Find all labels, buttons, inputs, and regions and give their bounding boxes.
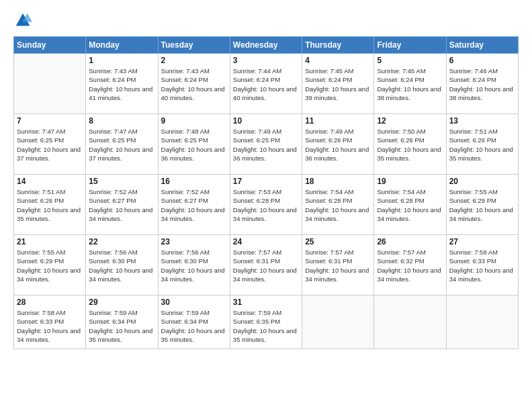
day-info: Sunrise: 7:45 AMSunset: 6:24 PMDaylight:… bbox=[305, 67, 369, 101]
day-info: Sunrise: 7:56 AMSunset: 6:30 PMDaylight:… bbox=[161, 248, 225, 283]
calendar-day-cell: 19 Sunrise: 7:54 AMSunset: 6:28 PMDaylig… bbox=[374, 175, 446, 235]
calendar-day-cell: 6 Sunrise: 7:46 AMSunset: 6:24 PMDayligh… bbox=[446, 54, 518, 114]
day-info: Sunrise: 7:46 AMSunset: 6:24 PMDaylight:… bbox=[449, 67, 513, 101]
calendar-day-cell: 20 Sunrise: 7:55 AMSunset: 6:29 PMDaylig… bbox=[446, 175, 518, 235]
calendar-day-cell: 13 Sunrise: 7:51 AMSunset: 6:26 PMDaylig… bbox=[446, 114, 518, 175]
day-info: Sunrise: 7:50 AMSunset: 6:26 PMDaylight:… bbox=[377, 128, 441, 162]
day-info: Sunrise: 7:49 AMSunset: 6:26 PMDaylight:… bbox=[305, 128, 369, 162]
calendar-day-cell: 12 Sunrise: 7:50 AMSunset: 6:26 PMDaylig… bbox=[374, 114, 446, 175]
day-number: 5 bbox=[377, 56, 443, 65]
calendar-week-row: 28 Sunrise: 7:58 AMSunset: 6:33 PMDaylig… bbox=[14, 295, 519, 349]
weekday-header: Thursday bbox=[302, 37, 374, 54]
day-info: Sunrise: 7:57 AMSunset: 6:32 PMDaylight:… bbox=[377, 248, 441, 283]
calendar-day-cell: 17 Sunrise: 7:53 AMSunset: 6:28 PMDaylig… bbox=[230, 175, 302, 235]
calendar-day-cell: 5 Sunrise: 7:45 AMSunset: 6:24 PMDayligh… bbox=[374, 54, 446, 114]
day-number: 8 bbox=[89, 116, 154, 126]
calendar-week-row: 21 Sunrise: 7:55 AMSunset: 6:29 PMDaylig… bbox=[14, 235, 519, 295]
calendar-day-cell: 26 Sunrise: 7:57 AMSunset: 6:32 PMDaylig… bbox=[374, 235, 446, 295]
day-number: 18 bbox=[305, 177, 371, 186]
day-info: Sunrise: 7:44 AMSunset: 6:24 PMDaylight:… bbox=[233, 67, 297, 101]
calendar-day-cell bbox=[374, 295, 446, 349]
day-number: 31 bbox=[233, 298, 299, 307]
calendar-day-cell: 22 Sunrise: 7:56 AMSunset: 6:30 PMDaylig… bbox=[86, 235, 158, 295]
calendar-day-cell: 28 Sunrise: 7:58 AMSunset: 6:33 PMDaylig… bbox=[14, 295, 86, 349]
day-number: 12 bbox=[377, 116, 443, 126]
day-number: 24 bbox=[233, 237, 299, 246]
day-number: 25 bbox=[305, 237, 371, 246]
day-number: 19 bbox=[377, 177, 443, 186]
day-number: 13 bbox=[449, 116, 515, 126]
calendar-day-cell: 1 Sunrise: 7:43 AMSunset: 6:24 PMDayligh… bbox=[86, 54, 158, 114]
day-info: Sunrise: 7:53 AMSunset: 6:28 PMDaylight:… bbox=[233, 188, 297, 222]
day-number: 14 bbox=[17, 177, 83, 186]
calendar-day-cell: 7 Sunrise: 7:47 AMSunset: 6:25 PMDayligh… bbox=[14, 114, 86, 175]
day-number: 9 bbox=[161, 116, 227, 126]
day-number: 11 bbox=[305, 116, 371, 126]
calendar-day-cell bbox=[302, 295, 374, 349]
day-number: 17 bbox=[233, 177, 299, 186]
calendar-day-cell: 27 Sunrise: 7:58 AMSunset: 6:33 PMDaylig… bbox=[446, 235, 518, 295]
day-info: Sunrise: 7:58 AMSunset: 6:33 PMDaylight:… bbox=[17, 309, 81, 343]
day-info: Sunrise: 7:43 AMSunset: 6:24 PMDaylight:… bbox=[161, 67, 225, 101]
calendar-week-row: 7 Sunrise: 7:47 AMSunset: 6:25 PMDayligh… bbox=[14, 114, 519, 175]
day-info: Sunrise: 7:59 AMSunset: 6:34 PMDaylight:… bbox=[161, 309, 225, 343]
calendar: SundayMondayTuesdayWednesdayThursdayFrid… bbox=[13, 36, 519, 349]
header bbox=[13, 11, 519, 30]
day-number: 15 bbox=[89, 177, 154, 186]
calendar-day-cell bbox=[446, 295, 518, 349]
calendar-day-cell: 21 Sunrise: 7:55 AMSunset: 6:29 PMDaylig… bbox=[14, 235, 86, 295]
calendar-day-cell: 4 Sunrise: 7:45 AMSunset: 6:24 PMDayligh… bbox=[302, 54, 374, 114]
day-number: 16 bbox=[161, 177, 227, 186]
weekday-header: Wednesday bbox=[230, 37, 302, 54]
calendar-day-cell: 23 Sunrise: 7:56 AMSunset: 6:30 PMDaylig… bbox=[158, 235, 230, 295]
day-info: Sunrise: 7:54 AMSunset: 6:28 PMDaylight:… bbox=[305, 188, 369, 222]
calendar-day-cell: 2 Sunrise: 7:43 AMSunset: 6:24 PMDayligh… bbox=[158, 54, 230, 114]
day-number: 2 bbox=[161, 56, 227, 65]
day-info: Sunrise: 7:52 AMSunset: 6:27 PMDaylight:… bbox=[161, 188, 225, 222]
day-info: Sunrise: 7:43 AMSunset: 6:24 PMDaylight:… bbox=[89, 67, 152, 101]
day-number: 27 bbox=[449, 237, 515, 246]
day-number: 6 bbox=[449, 56, 515, 65]
calendar-day-cell: 30 Sunrise: 7:59 AMSunset: 6:34 PMDaylig… bbox=[158, 295, 230, 349]
calendar-day-cell: 25 Sunrise: 7:57 AMSunset: 6:31 PMDaylig… bbox=[302, 235, 374, 295]
calendar-week-row: 14 Sunrise: 7:51 AMSunset: 6:26 PMDaylig… bbox=[14, 175, 519, 235]
calendar-day-cell: 9 Sunrise: 7:48 AMSunset: 6:25 PMDayligh… bbox=[158, 114, 230, 175]
logo-icon bbox=[13, 11, 32, 30]
day-info: Sunrise: 7:48 AMSunset: 6:25 PMDaylight:… bbox=[161, 128, 225, 162]
calendar-day-cell: 18 Sunrise: 7:54 AMSunset: 6:28 PMDaylig… bbox=[302, 175, 374, 235]
day-info: Sunrise: 7:55 AMSunset: 6:29 PMDaylight:… bbox=[449, 188, 513, 222]
calendar-day-cell: 31 Sunrise: 7:59 AMSunset: 6:35 PMDaylig… bbox=[230, 295, 302, 349]
weekday-header: Sunday bbox=[14, 37, 86, 54]
day-info: Sunrise: 7:52 AMSunset: 6:27 PMDaylight:… bbox=[89, 188, 152, 222]
day-info: Sunrise: 7:54 AMSunset: 6:28 PMDaylight:… bbox=[377, 188, 441, 222]
page: SundayMondayTuesdayWednesdayThursdayFrid… bbox=[0, 0, 532, 411]
calendar-week-row: 1 Sunrise: 7:43 AMSunset: 6:24 PMDayligh… bbox=[14, 54, 519, 114]
weekday-header: Saturday bbox=[446, 37, 518, 54]
day-info: Sunrise: 7:45 AMSunset: 6:24 PMDaylight:… bbox=[377, 67, 441, 101]
weekday-header: Friday bbox=[374, 37, 446, 54]
day-number: 21 bbox=[17, 237, 83, 246]
day-info: Sunrise: 7:47 AMSunset: 6:25 PMDaylight:… bbox=[17, 128, 81, 162]
day-number: 10 bbox=[233, 116, 299, 126]
day-info: Sunrise: 7:55 AMSunset: 6:29 PMDaylight:… bbox=[17, 248, 81, 283]
day-info: Sunrise: 7:59 AMSunset: 6:34 PMDaylight:… bbox=[89, 309, 152, 343]
day-number: 20 bbox=[449, 177, 515, 186]
day-info: Sunrise: 7:58 AMSunset: 6:33 PMDaylight:… bbox=[449, 248, 513, 283]
day-number: 23 bbox=[161, 237, 227, 246]
day-info: Sunrise: 7:49 AMSunset: 6:25 PMDaylight:… bbox=[233, 128, 297, 162]
day-info: Sunrise: 7:47 AMSunset: 6:25 PMDaylight:… bbox=[89, 128, 152, 162]
calendar-day-cell bbox=[14, 54, 86, 114]
day-number: 3 bbox=[233, 56, 299, 65]
day-info: Sunrise: 7:57 AMSunset: 6:31 PMDaylight:… bbox=[233, 248, 297, 283]
calendar-day-cell: 29 Sunrise: 7:59 AMSunset: 6:34 PMDaylig… bbox=[86, 295, 158, 349]
calendar-day-cell: 10 Sunrise: 7:49 AMSunset: 6:25 PMDaylig… bbox=[230, 114, 302, 175]
day-info: Sunrise: 7:59 AMSunset: 6:35 PMDaylight:… bbox=[233, 309, 297, 343]
day-number: 26 bbox=[377, 237, 443, 246]
calendar-day-cell: 3 Sunrise: 7:44 AMSunset: 6:24 PMDayligh… bbox=[230, 54, 302, 114]
calendar-day-cell: 14 Sunrise: 7:51 AMSunset: 6:26 PMDaylig… bbox=[14, 175, 86, 235]
day-number: 29 bbox=[89, 298, 154, 307]
day-number: 30 bbox=[161, 298, 227, 307]
weekday-header: Monday bbox=[86, 37, 158, 54]
day-number: 7 bbox=[17, 116, 83, 126]
calendar-day-cell: 15 Sunrise: 7:52 AMSunset: 6:27 PMDaylig… bbox=[86, 175, 158, 235]
